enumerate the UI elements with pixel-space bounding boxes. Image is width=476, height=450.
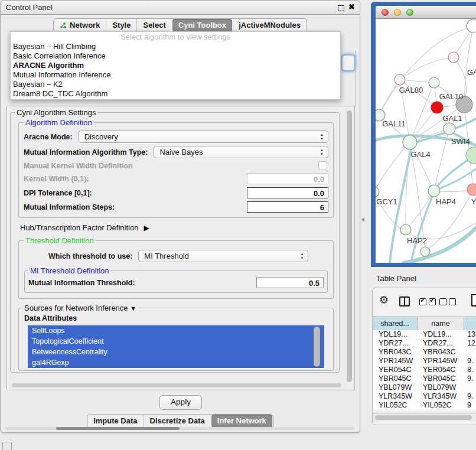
gear-icon[interactable]: ⚙ (379, 295, 389, 305)
node-label: HAP2 (407, 236, 427, 245)
deselect-all-checkboxes-icon[interactable] (439, 298, 456, 305)
table-row[interactable]: YBL079WYBL079W (373, 383, 476, 392)
dropdown-item[interactable]: Mutual Information Inference (11, 70, 340, 80)
float-window-icon[interactable] (338, 5, 344, 11)
settings-scrollpane: Cyni Algorithm Settings Algorithm Defini… (6, 106, 355, 390)
network-node[interactable] (403, 135, 417, 149)
dpi-tolerance-field[interactable]: 0.0 (247, 187, 328, 198)
table-row[interactable]: YER054CYER054C8. (373, 366, 476, 374)
kernel-width-field[interactable]: 0.0 (247, 173, 328, 184)
expander-arrow-icon: ▶ (144, 224, 149, 232)
list-item[interactable]: TopologicalCoefficient (28, 336, 324, 347)
mi-threshold-field[interactable]: 0.5 (256, 277, 324, 288)
tab-cyni-toolbox[interactable]: Cyni Toolbox (172, 19, 232, 32)
dropdown-item[interactable]: Bayesian – Hill Climbing (11, 42, 340, 51)
table-row[interactable]: YIL052CYIL052C9 (373, 401, 476, 410)
minimize-traffic-light-icon[interactable] (394, 9, 401, 16)
control-panel-titlebar[interactable]: Control Panel (1, 1, 360, 15)
node-label: GAL80 (399, 86, 423, 94)
settings-horizontal-scrollbar[interactable] (12, 383, 341, 387)
mi-type-select[interactable]: Naive Bayes ▲▼ (154, 146, 328, 158)
network-node[interactable] (444, 123, 455, 135)
list-item[interactable]: BetweennessCentrality (28, 347, 324, 357)
dropdown-item[interactable]: Basic Correlation Inference (11, 51, 340, 61)
panel-horizontal-scrollbar-thumb[interactable] (56, 427, 180, 430)
threshold-definition-group: Threshold Definition Which threshold to … (18, 236, 334, 299)
node-label: GCY1 (376, 197, 397, 206)
dropdown-placeholder: Select algorithm to view settings (11, 32, 340, 42)
tab-discretize-data[interactable]: Discretize Data (144, 415, 211, 428)
column-header-name[interactable]: name (418, 317, 464, 330)
table-panel-title: Table Panel (376, 274, 416, 283)
network-node[interactable] (429, 77, 439, 88)
bottom-tabstrip: Impute Data Discretize Data Infer Networ… (87, 414, 273, 428)
node-label: GAL (467, 68, 476, 77)
table-row[interactable]: YLR345WYLR345W9. (373, 392, 476, 401)
kernel-width-label: Kernel Width (0,1): (24, 175, 89, 183)
network-window-titlebar[interactable] (376, 6, 476, 19)
network-node[interactable] (395, 74, 405, 85)
column-header-clipped[interactable] (464, 317, 476, 330)
list-item[interactable]: gal4RGexp (28, 357, 324, 368)
network-node[interactable] (467, 184, 476, 195)
cyni-algorithm-settings-group: Cyni Algorithm Settings Algorithm Defini… (10, 108, 340, 373)
table-row[interactable]: YBR045CYBR045C9. (373, 374, 476, 383)
data-attributes-label: Data Attributes (24, 314, 330, 322)
table-body: YDL19...YDL19...13 YDR27...YDR27...12 YB… (373, 330, 476, 410)
split-columns-icon[interactable] (399, 296, 410, 306)
tab-network[interactable]: Network (54, 19, 106, 32)
which-threshold-select[interactable]: MI Threshold ▲▼ (138, 250, 308, 262)
network-node[interactable] (428, 185, 440, 197)
algorithm-dropdown-popup: Select algorithm to view settings Bayesi… (10, 31, 341, 100)
network-canvas[interactable]: GAL GAL80 GAL10 GAL1 GAL11 SWI4 GAL4 GCY… (376, 19, 476, 263)
control-panel-window: Control Panel ✖ Network Style Select Cyn… (0, 0, 360, 433)
aracne-mode-select[interactable]: Discovery ▲▼ (79, 131, 328, 143)
stepper-icon: ▲▼ (320, 133, 324, 141)
list-item[interactable]: SelfLoops (28, 325, 324, 336)
close-traffic-light-icon[interactable] (382, 9, 389, 16)
table-horizontal-scrollbar-thumb[interactable] (375, 415, 472, 420)
network-node[interactable] (467, 19, 476, 32)
network-node[interactable] (376, 187, 379, 197)
zoom-traffic-light-icon[interactable] (406, 9, 413, 16)
network-node[interactable] (400, 224, 411, 235)
network-node[interactable] (420, 247, 430, 256)
tab-jactivemnodules[interactable]: jActiveMNodules (233, 19, 307, 32)
which-threshold-label: Which threshold to use: (48, 252, 132, 260)
dropdown-item-selected[interactable]: ARACNE Algorithm (11, 61, 340, 70)
table-row[interactable]: YDR27...YDR27...12 (373, 339, 476, 348)
sources-group: Sources for Network Inference ▼ Data Att… (18, 304, 334, 371)
network-node[interactable] (431, 102, 443, 113)
node-label: GAL4 (410, 150, 430, 159)
splitter-handle[interactable] (361, 217, 364, 222)
tab-impute-data[interactable]: Impute Data (87, 415, 143, 428)
dropdown-item[interactable]: Bayesian – K2 (11, 80, 340, 89)
settings-vertical-scrollbar[interactable] (347, 110, 352, 382)
select-all-checkboxes-icon[interactable] (419, 298, 436, 305)
tab-select[interactable]: Select (136, 19, 171, 32)
tab-style[interactable]: Style (106, 19, 136, 32)
mi-threshold-definition-group: MI Threshold Definition Mutual Informati… (24, 266, 328, 293)
algorithm-definition-title: Algorithm Definition (24, 118, 94, 127)
manual-kernel-checkbox[interactable] (318, 161, 327, 170)
table-panel: ⚙ shared... name YDL19...YDL19...13 YDR2… (372, 288, 476, 425)
network-view-window[interactable]: GAL GAL80 GAL10 GAL1 GAL11 SWI4 GAL4 GCY… (371, 2, 476, 267)
mi-steps-label: Mutual Information Steps: (24, 203, 115, 211)
table-row[interactable]: YDL19...YDL19...13 (373, 330, 476, 339)
network-node[interactable] (448, 52, 459, 63)
sources-title[interactable]: Sources for Network Inference ▼ (22, 304, 138, 312)
dropdown-item[interactable]: Dream8 DC_TDC Algorithm (11, 89, 340, 99)
node-label: Y (471, 197, 476, 206)
mi-steps-field[interactable]: 6 (247, 201, 328, 213)
apply-button[interactable]: Apply (159, 395, 202, 410)
dpi-tolerance-label: DPI Tolerance [0,1]: (24, 189, 92, 197)
table-row[interactable]: YBR043CYBR043C (373, 348, 476, 357)
hub-definition-expander[interactable]: Hub/Transcription Factor Definition ▶ (20, 223, 335, 232)
close-icon[interactable]: ✖ (348, 2, 355, 11)
document-icon[interactable] (471, 294, 476, 306)
collapsed-panel-icon[interactable] (2, 442, 12, 450)
table-row[interactable]: YPR145WYPR145W9. (373, 357, 476, 366)
tab-infer-network[interactable]: Infer Network (211, 415, 272, 428)
list-scrollbar-thumb[interactable] (314, 327, 320, 367)
column-header-shared[interactable]: shared... (373, 317, 418, 330)
